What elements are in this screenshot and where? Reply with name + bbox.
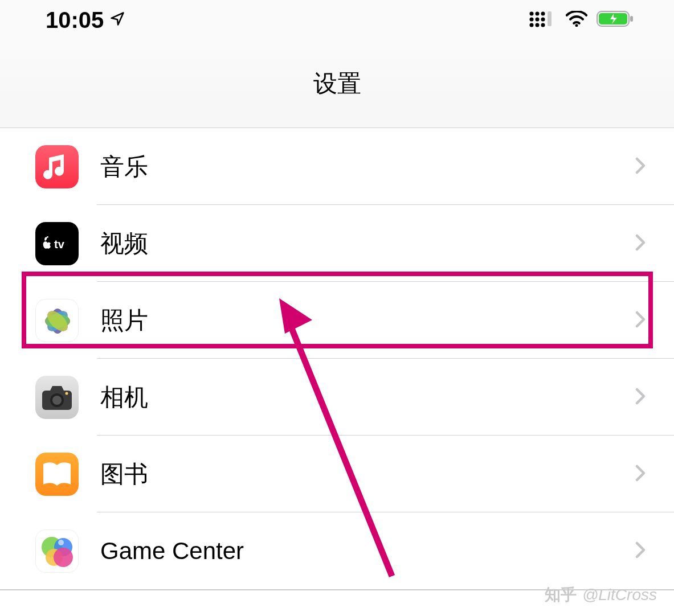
svg-point-1 — [536, 23, 540, 27]
svg-point-2 — [530, 18, 534, 22]
svg-point-3 — [536, 18, 540, 22]
music-icon — [35, 145, 79, 188]
page-title: 设置 — [313, 68, 361, 100]
svg-text:tv: tv — [54, 238, 65, 250]
settings-row-photos[interactable]: 照片 — [0, 282, 674, 359]
status-left: 10:05 — [46, 7, 125, 33]
settings-row-music[interactable]: 音乐 — [0, 128, 674, 205]
location-icon — [109, 11, 125, 29]
chevron-right-icon — [635, 388, 646, 407]
settings-row-books[interactable]: 图书 — [0, 436, 674, 512]
battery-charging-icon — [597, 10, 634, 30]
settings-row-video[interactable]: tv 视频 — [0, 205, 674, 282]
chevron-right-icon — [635, 311, 646, 330]
settings-row-camera[interactable]: 相机 — [0, 359, 674, 436]
svg-rect-9 — [548, 11, 552, 26]
settings-row-gamecenter[interactable]: Game Center — [0, 512, 674, 589]
wifi-icon — [566, 11, 587, 29]
chevron-right-icon — [635, 465, 646, 484]
cellular-icon — [529, 10, 557, 30]
svg-point-33 — [54, 548, 73, 567]
chevron-right-icon — [635, 234, 646, 253]
settings-header: 设置 — [0, 40, 674, 128]
gamecenter-icon — [35, 529, 79, 573]
row-label: 图书 — [100, 458, 635, 490]
row-label: 相机 — [100, 381, 635, 413]
svg-point-10 — [575, 24, 578, 27]
status-time: 10:05 — [46, 7, 104, 33]
svg-point-4 — [541, 23, 545, 27]
svg-rect-14 — [35, 145, 79, 188]
svg-rect-13 — [630, 16, 633, 22]
svg-point-28 — [66, 392, 68, 395]
svg-point-34 — [58, 540, 64, 545]
watermark-logo: 知乎 — [545, 584, 577, 606]
svg-point-6 — [530, 12, 534, 16]
chevron-right-icon — [635, 541, 646, 561]
chevron-right-icon — [635, 157, 646, 176]
svg-point-0 — [530, 23, 534, 27]
status-bar: 10:05 — [0, 0, 674, 40]
row-label: 视频 — [100, 228, 635, 260]
settings-list: 音乐 tv 视频 — [0, 128, 674, 590]
row-label: 照片 — [100, 305, 635, 336]
camera-icon — [35, 376, 79, 419]
books-icon — [35, 453, 79, 496]
row-label: 音乐 — [100, 151, 635, 183]
row-label: Game Center — [100, 537, 635, 565]
watermark: 知乎 @LitCross — [545, 584, 657, 606]
svg-point-8 — [541, 12, 545, 16]
svg-point-7 — [536, 12, 540, 16]
status-right — [529, 10, 634, 30]
svg-point-27 — [52, 396, 62, 405]
photos-icon — [35, 299, 79, 342]
watermark-text: @LitCross — [582, 586, 657, 604]
svg-point-5 — [541, 18, 545, 22]
appletv-icon: tv — [35, 222, 79, 265]
